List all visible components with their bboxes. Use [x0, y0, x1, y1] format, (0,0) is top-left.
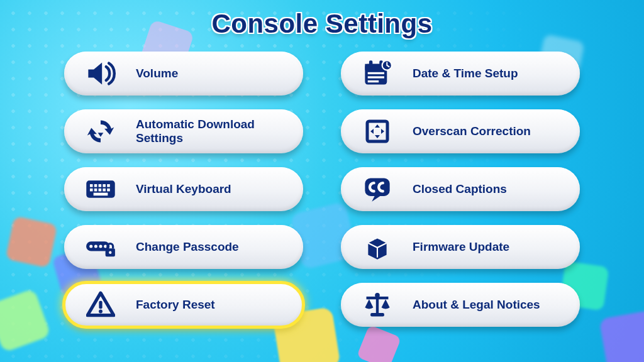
legal-scales-icon	[357, 290, 397, 320]
settings-item-auto-download[interactable]: Automatic Download Settings	[64, 109, 303, 153]
settings-item-virtual-keyboard[interactable]: Virtual Keyboard	[64, 167, 303, 211]
page-title: Console Settings	[211, 9, 432, 39]
sync-download-icon	[80, 116, 121, 146]
settings-item-label: Volume	[136, 67, 178, 80]
warning-triangle-icon	[80, 290, 121, 320]
settings-item-label: Change Passcode	[136, 240, 239, 254]
overscan-icon	[357, 116, 397, 146]
settings-item-label: Overscan Correction	[413, 124, 531, 138]
settings-item-label: Automatic Download Settings	[136, 118, 274, 145]
settings-item-label: Virtual Keyboard	[136, 182, 231, 196]
settings-item-firmware-update[interactable]: Firmware Update	[341, 225, 580, 269]
volume-icon	[80, 58, 121, 89]
settings-item-label: Firmware Update	[413, 240, 509, 254]
settings-item-overscan[interactable]: Overscan Correction	[341, 109, 580, 153]
passcode-lock-icon	[80, 232, 121, 262]
settings-item-closed-captions[interactable]: Closed Captions	[341, 167, 580, 211]
settings-item-label: Factory Reset	[136, 298, 215, 312]
settings-item-about-legal[interactable]: About & Legal Notices	[341, 283, 580, 327]
settings-item-volume[interactable]: Volume	[64, 52, 303, 96]
settings-item-change-passcode[interactable]: Change Passcode	[64, 225, 303, 269]
settings-item-factory-reset[interactable]: Factory Reset	[64, 283, 303, 327]
settings-grid: Volume Date & Time Setup Automatic Downl…	[64, 52, 580, 327]
closed-captions-icon	[357, 174, 397, 204]
settings-item-label: Closed Captions	[413, 182, 507, 196]
calendar-clock-icon	[357, 58, 397, 89]
settings-item-label: About & Legal Notices	[413, 298, 540, 312]
package-download-icon	[357, 232, 397, 262]
settings-item-label: Date & Time Setup	[413, 67, 518, 80]
settings-item-date-time[interactable]: Date & Time Setup	[341, 52, 580, 96]
keyboard-icon	[80, 174, 121, 204]
